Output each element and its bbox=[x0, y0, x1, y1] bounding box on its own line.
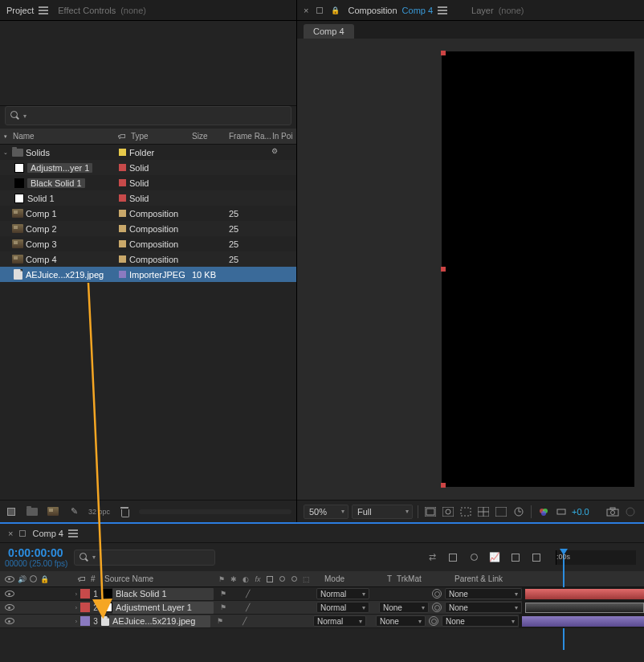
shy-switch[interactable]: ⚑ bbox=[218, 589, 228, 599]
time-ruler[interactable]: :00s bbox=[556, 550, 636, 565]
layer-bar-track[interactable] bbox=[522, 601, 644, 615]
mask-icon[interactable] bbox=[441, 505, 455, 518]
adjustment-switch-icon[interactable] bbox=[289, 574, 299, 584]
tab-effect-controls[interactable]: Effect Controls (none) bbox=[58, 6, 146, 15]
expand-chevron-icon[interactable]: › bbox=[72, 591, 80, 597]
new-folder-icon[interactable] bbox=[26, 505, 39, 518]
mode-select[interactable]: Normal▾ bbox=[316, 602, 369, 613]
motion-blur-icon[interactable] bbox=[466, 550, 482, 565]
pickwhip-icon[interactable] bbox=[432, 589, 442, 599]
project-item[interactable]: Comp 4Composition25 bbox=[0, 251, 296, 267]
parent-select[interactable]: None▾ bbox=[445, 588, 522, 599]
timeline-layer[interactable]: ›2Adjustment Layer 1⚑╱Normal▾None▾None▾ bbox=[0, 601, 644, 615]
project-item[interactable]: Solid 1Solid bbox=[0, 190, 296, 206]
col-label-icon[interactable]: 🏷 bbox=[115, 132, 129, 141]
timeline-search-input[interactable] bbox=[99, 553, 210, 562]
lock-icon[interactable]: 🔒 bbox=[331, 6, 340, 14]
pickwhip-icon[interactable] bbox=[432, 603, 442, 612]
panel-menu-icon[interactable] bbox=[68, 529, 78, 537]
trkmat-select[interactable]: None▾ bbox=[376, 615, 426, 627]
project-item[interactable]: Comp 2Composition25 bbox=[0, 221, 296, 236]
solo-icon[interactable] bbox=[30, 575, 37, 582]
timeline-layer[interactable]: ›1Black Solid 1⚑╱Normal▾None▾ bbox=[0, 587, 644, 601]
guides-icon[interactable] bbox=[494, 505, 508, 518]
layer-bar[interactable] bbox=[525, 589, 644, 599]
collapse-icon[interactable]: ✱ bbox=[229, 574, 238, 584]
col-index[interactable]: 🏷 # bbox=[72, 574, 101, 583]
draft-3d-icon[interactable] bbox=[507, 550, 524, 565]
quality-icon[interactable]: ◐ bbox=[241, 574, 251, 584]
bit-depth[interactable]: 32 bpc bbox=[88, 508, 110, 516]
tab-composition[interactable]: Composition Comp 4 bbox=[348, 6, 447, 15]
timeline-layer-list[interactable]: ›1Black Solid 1⚑╱Normal▾None▾›2Adjustmen… bbox=[0, 587, 644, 628]
frame-blend-icon[interactable] bbox=[445, 550, 461, 565]
chevron-down-icon[interactable]: ▾ bbox=[23, 112, 26, 120]
expand-chevron-icon[interactable]: › bbox=[72, 619, 80, 624]
item-label[interactable] bbox=[115, 255, 129, 263]
grid-icon[interactable] bbox=[476, 505, 491, 518]
col-source-name[interactable]: Source Name bbox=[101, 574, 214, 583]
close-icon[interactable]: × bbox=[8, 529, 13, 538]
graph-editor-icon[interactable]: 📈 bbox=[487, 550, 503, 565]
fx-icon[interactable]: fx bbox=[253, 574, 263, 584]
project-item[interactable]: AEJuice...x219.jpegImporterJPEG10 KB bbox=[0, 267, 296, 282]
col-mode[interactable]: Mode bbox=[315, 574, 387, 583]
composition-viewer[interactable] bbox=[297, 39, 644, 500]
item-label[interactable] bbox=[115, 271, 129, 278]
project-search[interactable]: ▾ bbox=[5, 106, 291, 125]
footer-scrollbar[interactable] bbox=[139, 509, 291, 514]
chevron-down-icon[interactable]: ▾ bbox=[0, 133, 11, 140]
layer-label[interactable] bbox=[80, 589, 90, 599]
col-trkmat[interactable]: TrkMat bbox=[397, 574, 446, 583]
timecode-icon[interactable] bbox=[512, 505, 526, 518]
parent-select[interactable]: None▾ bbox=[445, 602, 522, 613]
chevron-down-icon[interactable]: ▾ bbox=[92, 554, 96, 561]
pickwhip-icon[interactable] bbox=[429, 616, 438, 626]
panel-menu-icon[interactable] bbox=[39, 6, 48, 14]
handle-bottom-left[interactable] bbox=[441, 483, 446, 488]
item-label[interactable] bbox=[115, 164, 129, 171]
visibility-toggle[interactable] bbox=[5, 590, 14, 597]
project-item[interactable]: ⌄SolidsFolder bbox=[0, 145, 296, 160]
visibility-toggle[interactable] bbox=[5, 604, 14, 611]
exposure-value[interactable]: +0.0 bbox=[572, 507, 589, 517]
col-type[interactable]: Type bbox=[129, 132, 192, 141]
audio-icon[interactable]: 🔊 bbox=[18, 575, 26, 583]
resolution-select[interactable]: Full▾ bbox=[352, 505, 413, 519]
project-search-input[interactable] bbox=[30, 111, 286, 121]
trash-icon[interactable] bbox=[118, 505, 131, 518]
gear-icon[interactable] bbox=[272, 149, 280, 157]
project-item-list[interactable]: ⌄SolidsFolderAdjustm...yer 1SolidBlack S… bbox=[0, 145, 296, 500]
eye-icon[interactable] bbox=[5, 576, 14, 582]
region-icon[interactable] bbox=[459, 505, 473, 518]
mode-select[interactable]: Normal▾ bbox=[316, 588, 369, 599]
timecode[interactable]: 0:00:00:00 bbox=[8, 546, 67, 559]
render-icon[interactable] bbox=[528, 550, 544, 565]
panel-menu-icon[interactable] bbox=[438, 6, 447, 14]
new-comp-icon[interactable] bbox=[47, 505, 59, 518]
col-inpoint[interactable]: In Poi bbox=[272, 132, 296, 141]
expand-chevron-icon[interactable]: ⌄ bbox=[0, 149, 11, 156]
project-item[interactable]: Comp 1Composition25 bbox=[0, 206, 296, 221]
3d-switch-icon[interactable]: ⬚ bbox=[301, 574, 311, 584]
tab-project[interactable]: Project bbox=[6, 6, 48, 15]
interpret-footage-icon[interactable] bbox=[5, 505, 18, 518]
shy-icon[interactable]: ⇄ bbox=[424, 550, 440, 565]
layer-bar[interactable] bbox=[522, 616, 644, 627]
item-label[interactable] bbox=[115, 225, 129, 232]
trkmat-select[interactable]: None▾ bbox=[379, 602, 429, 613]
col-name[interactable]: Name bbox=[11, 132, 115, 141]
square-icon[interactable] bbox=[19, 530, 26, 537]
parent-select[interactable]: None▾ bbox=[442, 615, 519, 627]
tab-timeline-comp[interactable]: Comp 4 bbox=[32, 529, 78, 538]
shy-switch[interactable]: ⚑ bbox=[215, 616, 225, 626]
visibility-toggle[interactable] bbox=[5, 618, 14, 624]
handle-mid-left[interactable] bbox=[441, 267, 446, 272]
transparency-grid-icon[interactable] bbox=[423, 505, 438, 518]
snapshot-icon[interactable] bbox=[605, 505, 620, 518]
shy-switch-icon[interactable]: ⚑ bbox=[217, 574, 226, 584]
handle-top-left[interactable] bbox=[441, 51, 446, 55]
item-label[interactable] bbox=[115, 179, 129, 186]
item-label[interactable] bbox=[115, 240, 129, 247]
quality-switch[interactable]: ╱ bbox=[243, 589, 252, 599]
